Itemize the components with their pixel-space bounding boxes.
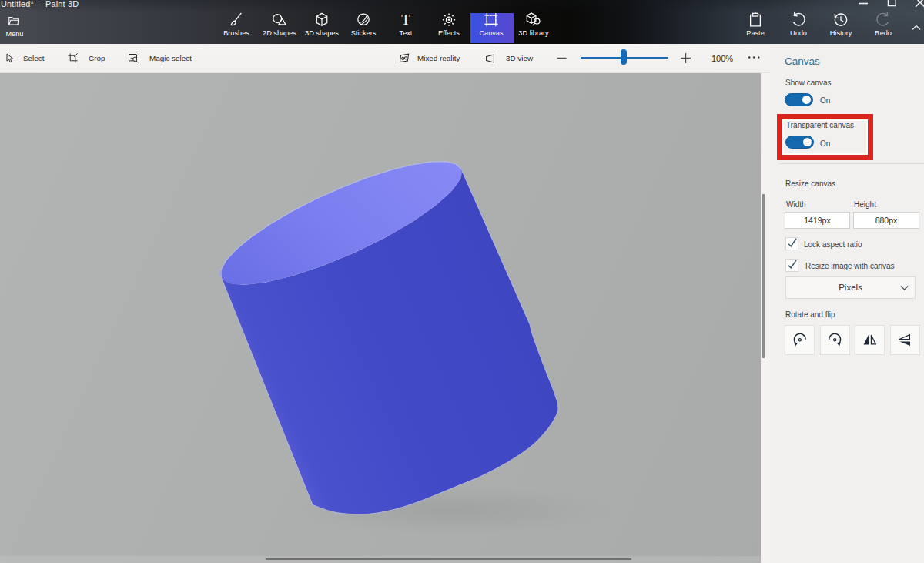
svg-text:T: T [401, 12, 410, 28]
